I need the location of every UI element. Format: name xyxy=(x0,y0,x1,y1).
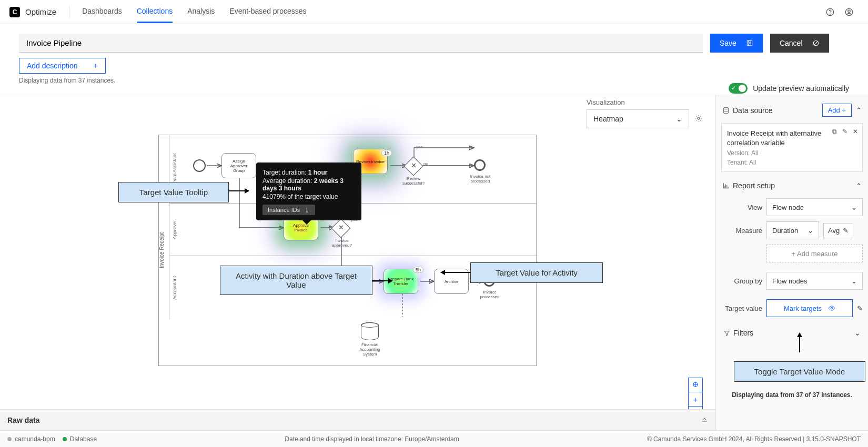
add-description-label: Add description xyxy=(27,62,78,70)
tt-target-val: 1 hour xyxy=(308,169,328,176)
add-measure-button[interactable]: + Add measure xyxy=(766,245,863,262)
arrow-above xyxy=(372,280,392,281)
view-value: Flow node xyxy=(772,204,804,211)
visualization-control: Visualization Heatmap ⌄ xyxy=(587,98,703,128)
cancel-button[interactable]: Cancel xyxy=(770,34,829,53)
report-title-input[interactable] xyxy=(19,34,703,53)
svg-point-3 xyxy=(848,9,851,12)
db-label: Database xyxy=(70,435,97,443)
measure-value: Duration xyxy=(772,227,798,235)
tab-analysis[interactable]: Analysis xyxy=(187,1,215,23)
arrow-toggle xyxy=(799,337,800,352)
tt-avg-label: Average duration: xyxy=(263,177,312,185)
annot-toggle-target: Toggle Target Value Mode xyxy=(734,361,865,382)
sidebar: Data source Add + ⌃ Invoice Receipt with… xyxy=(715,95,868,442)
datasource-section: Data source Add + ⌃ Invoice Receipt with… xyxy=(721,100,863,172)
edit-icon[interactable]: ✎ xyxy=(842,128,847,135)
task-assign-approver[interactable]: Assign Approver Group xyxy=(221,153,256,178)
engine-label: camunda-bpm xyxy=(15,435,55,443)
sidebar-footer: Displaying data from 37 of 37 instances. xyxy=(721,386,863,404)
footer: camunda-bpm Database Date and time displ… xyxy=(0,430,868,447)
visualization-select[interactable]: Heatmap ⌄ xyxy=(587,109,689,128)
raw-data-bar[interactable]: Raw data xyxy=(0,409,715,430)
preview-toggle[interactable]: ✓ xyxy=(729,83,748,94)
copyright-label: © Camunda Services GmbH 2024, All Rights… xyxy=(647,435,861,443)
view-select[interactable]: Flow node ⌄ xyxy=(766,198,863,216)
source-tenant: Tenant: All xyxy=(727,159,857,166)
check-icon: ✓ xyxy=(731,85,736,92)
close-icon[interactable]: ✕ xyxy=(853,128,858,135)
save-button[interactable]: Save xyxy=(710,34,763,53)
lane-label-2: Approver xyxy=(169,204,179,256)
datastore-financial[interactable] xyxy=(361,322,379,340)
arrow-for-activity xyxy=(441,272,470,273)
eye-icon xyxy=(828,304,835,312)
badge-prepare: 5h xyxy=(413,267,423,273)
svg-point-17 xyxy=(723,107,728,109)
groupby-label: Group by xyxy=(721,277,762,285)
datastore-label: Financial Accounting System xyxy=(354,342,386,357)
expand-icon[interactable] xyxy=(701,415,708,424)
svg-point-18 xyxy=(831,307,833,309)
measure-select[interactable]: Duration ⌄ xyxy=(766,221,819,239)
mark-targets-button[interactable]: Mark targets xyxy=(766,299,853,317)
tab-event-processes[interactable]: Event-based processes xyxy=(229,1,306,23)
chart-icon xyxy=(722,182,730,189)
gateway-review-label: Review successful? xyxy=(400,176,427,186)
target-value-tooltip: Target duration: 1 hour Average duration… xyxy=(256,162,361,220)
gear-icon[interactable] xyxy=(694,114,703,124)
svg-rect-4 xyxy=(747,40,752,45)
groupby-value: Flow nodes xyxy=(772,277,807,285)
end-processed-label: Invoice processed xyxy=(476,290,503,299)
logo: C xyxy=(9,7,20,17)
user-icon[interactable] xyxy=(840,3,859,22)
edge-no-1: no xyxy=(423,161,428,166)
tab-dashboards[interactable]: Dashboards xyxy=(82,1,122,23)
engine-status-dot xyxy=(7,437,12,441)
target-label: Target value xyxy=(721,304,762,312)
add-datasource-button[interactable]: Add + xyxy=(822,104,852,117)
groupby-select[interactable]: Flow nodes ⌄ xyxy=(766,272,863,290)
main: Visualization Heatmap ⌄ Invoice Receipt … xyxy=(0,95,868,442)
zoom-fit-button[interactable] xyxy=(688,378,703,392)
end-not-processed[interactable] xyxy=(474,159,486,171)
instance-ids-button[interactable]: Instance IDs ⭳ xyxy=(263,205,315,215)
svg-point-1 xyxy=(830,14,831,14)
add-description-button[interactable]: Add description + xyxy=(19,58,106,74)
top-bar: C Optimize Dashboards Collections Analys… xyxy=(0,0,868,24)
visualization-value: Heatmap xyxy=(593,115,623,123)
annot-for-activity: Target Value for Activity xyxy=(470,262,603,283)
start-event[interactable] xyxy=(193,159,206,172)
report-setup-title: Report setup xyxy=(722,181,775,190)
edit-icon[interactable]: ✎ xyxy=(857,304,863,312)
timezone-label: Date and time displayed in local timezon… xyxy=(285,435,459,443)
zoom-in-button[interactable]: + xyxy=(688,392,703,407)
raw-data-label: Raw data xyxy=(7,416,39,424)
end-not-processed-label: Invoice not processed xyxy=(467,174,494,184)
nav-tabs: Dashboards Collections Analysis Event-ba… xyxy=(82,1,306,23)
report-setup-section: Report setup ⌃ View Flow node ⌄ Measure … xyxy=(721,178,863,317)
filters-section[interactable]: Filters ⌄ xyxy=(721,323,863,342)
datasource-title: Data source xyxy=(722,106,772,115)
aggregation-chip[interactable]: Avg ✎ xyxy=(823,223,853,238)
view-label: View xyxy=(721,204,762,211)
db-status-dot xyxy=(63,437,67,441)
tab-collections[interactable]: Collections xyxy=(137,1,173,23)
aggregation-value: Avg xyxy=(828,227,840,235)
preview-toggle-label: Update preview automatically xyxy=(753,84,849,93)
tt-instances-label: Instance IDs xyxy=(268,207,300,213)
filters-label: Filters xyxy=(733,329,753,337)
copy-icon[interactable]: ⧉ xyxy=(832,128,837,135)
chevron-up-icon[interactable]: ⌃ xyxy=(856,182,862,190)
pool-label: Invoice Receipt xyxy=(158,135,169,365)
download-icon: ⭳ xyxy=(304,207,310,213)
preview-toggle-row: ✓ Update preview automatically xyxy=(729,83,849,94)
source-version: Version: All xyxy=(727,149,857,157)
tt-target-label: Target duration: xyxy=(263,169,306,176)
cancel-icon xyxy=(812,39,820,47)
chevron-up-icon[interactable]: ⌃ xyxy=(856,106,862,114)
save-label: Save xyxy=(720,39,736,47)
chevron-down-icon: ⌄ xyxy=(851,204,857,211)
help-icon[interactable] xyxy=(821,3,840,22)
canvas: Visualization Heatmap ⌄ Invoice Receipt … xyxy=(0,95,715,442)
